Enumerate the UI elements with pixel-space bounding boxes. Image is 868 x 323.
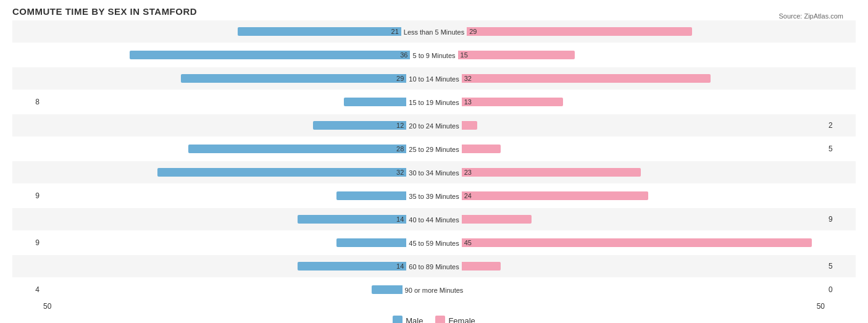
female-side <box>465 285 825 294</box>
male-side: 21 <box>43 27 401 36</box>
row-label: 90 or more Minutes <box>403 287 466 294</box>
male-bar <box>313 121 406 130</box>
bar-center: 14 40 to 44 Minutes <box>43 208 825 230</box>
male-bar <box>298 262 406 271</box>
bar-row: 29 10 to 14 Minutes 32 <box>43 73 825 83</box>
chart-row: 29 10 to 14 Minutes 32 <box>12 67 856 90</box>
female-side: 24 <box>462 191 825 200</box>
female-bar <box>462 74 711 83</box>
female-value: 2 <box>825 121 856 130</box>
chart-row: 14 40 to 44 Minutes 9 <box>12 208 856 230</box>
male-value: 9 <box>12 191 43 200</box>
female-bar <box>467 27 692 36</box>
chart-row: 9 45 to 59 Minutes 45 <box>12 232 856 254</box>
male-side: 36 <box>43 51 410 59</box>
male-bar <box>188 145 406 153</box>
bar-center: 29 10 to 14 Minutes 32 <box>43 67 825 90</box>
female-side: 32 <box>462 74 825 83</box>
bar-center: 90 or more Minutes <box>43 279 825 301</box>
bar-center: 14 60 to 89 Minutes <box>43 255 825 277</box>
male-bar <box>298 215 406 224</box>
chart-area: 21 Less than 5 Minutes 29 <box>12 20 856 323</box>
bar-row: 21 Less than 5 Minutes 29 <box>43 27 825 36</box>
row-label: 40 to 44 Minutes <box>406 216 461 224</box>
chart-row: 32 30 to 34 Minutes 23 <box>12 161 856 183</box>
row-label: 60 to 89 Minutes <box>406 263 461 271</box>
row-label: Less than 5 Minutes <box>401 28 467 36</box>
female-value: 5 <box>825 145 856 153</box>
row-label: 10 to 14 Minutes <box>406 75 461 83</box>
bar-center: 12 20 to 24 Minutes <box>43 114 825 136</box>
male-value: 4 <box>12 285 43 294</box>
row-label: 15 to 19 Minutes <box>406 99 461 106</box>
chart-row: 21 Less than 5 Minutes 29 <box>12 20 856 43</box>
legend-female-label: Female <box>448 316 475 324</box>
male-bar <box>336 238 406 247</box>
male-side <box>43 98 406 106</box>
female-side <box>462 121 825 130</box>
female-side: 13 <box>462 98 825 106</box>
legend-male-box <box>393 316 403 323</box>
legend-male-label: Male <box>406 316 423 324</box>
female-bar <box>462 121 477 130</box>
female-side <box>462 215 825 224</box>
bar-row: 28 25 to 29 Minutes <box>43 144 825 154</box>
male-side: 14 <box>43 262 406 271</box>
bar-row: 90 or more Minutes <box>43 285 825 295</box>
female-bar <box>462 262 501 271</box>
male-bar <box>157 168 406 177</box>
axis-left: 50 <box>43 302 51 311</box>
row-label: 45 to 59 Minutes <box>406 240 461 247</box>
axis-labels: 50 50 <box>12 302 856 311</box>
source-label: Source: ZipAtlas.com <box>778 12 843 20</box>
chart-row: 14 60 to 89 Minutes 5 <box>12 255 856 277</box>
chart-row: 12 20 to 24 Minutes 2 <box>12 114 856 136</box>
female-bar <box>462 168 641 177</box>
bar-row: 14 40 to 44 Minutes <box>43 214 825 224</box>
legend-female: Female <box>435 316 475 323</box>
legend: Male Female <box>12 316 856 323</box>
bar-row: 35 to 39 Minutes 24 <box>43 191 825 201</box>
chart-row: 9 35 to 39 Minutes 24 <box>12 185 856 207</box>
chart-title: COMMUTE TIME BY SEX IN STAMFORD <box>12 6 856 17</box>
female-side: 15 <box>458 51 825 59</box>
bar-row: 14 60 to 89 Minutes <box>43 261 825 271</box>
bar-center: 35 to 39 Minutes 24 <box>43 185 825 207</box>
row-label: 35 to 39 Minutes <box>406 193 461 200</box>
chart-row: 36 5 to 9 Minutes 15 <box>12 44 856 66</box>
chart-row: 4 90 or more Minutes <box>12 279 856 301</box>
male-side <box>43 191 406 200</box>
male-side: 29 <box>43 74 406 83</box>
legend-male: Male <box>393 316 423 323</box>
chart-row: 8 15 to 19 Minutes 13 <box>12 91 856 113</box>
bar-center: 36 5 to 9 Minutes 15 <box>43 44 825 66</box>
female-side: 29 <box>467 27 825 36</box>
female-bar <box>462 145 501 153</box>
male-bar <box>372 285 403 294</box>
bar-center: 32 30 to 34 Minutes 23 <box>43 161 825 183</box>
row-label: 20 to 24 Minutes <box>406 122 461 130</box>
female-value: 9 <box>825 215 856 224</box>
male-side <box>43 285 403 294</box>
chart-row: 28 25 to 29 Minutes 5 <box>12 138 856 160</box>
bar-row: 32 30 to 34 Minutes 23 <box>43 167 825 177</box>
male-bar <box>336 191 406 200</box>
male-value: 8 <box>12 98 43 106</box>
male-side: 12 <box>43 121 406 130</box>
bar-center: 21 Less than 5 Minutes 29 <box>43 20 825 43</box>
female-bar <box>462 238 812 247</box>
male-side: 14 <box>43 215 406 224</box>
bar-center: 15 to 19 Minutes 13 <box>43 91 825 113</box>
female-bar <box>462 98 563 106</box>
female-side: 45 <box>462 238 825 247</box>
male-side <box>43 238 406 247</box>
axis-right: 50 <box>817 302 825 311</box>
male-bar <box>344 98 406 106</box>
legend-female-box <box>435 316 445 323</box>
female-bar <box>462 191 648 200</box>
bar-row: 36 5 to 9 Minutes 15 <box>43 50 825 60</box>
female-side <box>462 145 825 153</box>
row-label: 25 to 29 Minutes <box>406 146 461 153</box>
row-label: 5 to 9 Minutes <box>410 52 457 59</box>
male-value: 9 <box>12 238 43 247</box>
